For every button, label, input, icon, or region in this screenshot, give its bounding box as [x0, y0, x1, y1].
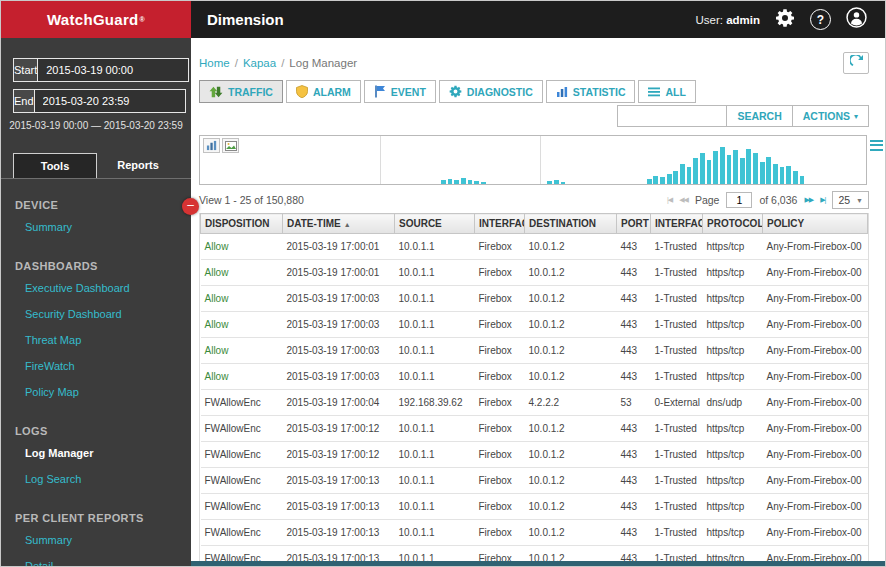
chart-bars [200, 136, 866, 184]
help-button[interactable]: ? [810, 9, 831, 30]
page-size-select[interactable]: 25 ▼ [832, 191, 869, 209]
table-row[interactable]: FWAllowEnc2015-03-19 17:00:1210.0.1.1Fir… [201, 442, 868, 468]
table-row[interactable]: Allow2015-03-19 17:00:0110.0.1.1Firebox1… [201, 260, 868, 286]
cell-date-time: 2015-03-19 17:00:04 [283, 390, 395, 416]
cell-interface: Firebox [475, 364, 525, 390]
table-row[interactable]: FWAllowEnc2015-03-19 17:00:04192.168.39.… [201, 390, 868, 416]
settings-button[interactable] [775, 8, 795, 32]
breadcrumb: Home / Kapaa / Log Manager [199, 52, 869, 74]
traffic-histogram [199, 135, 867, 185]
table-row[interactable]: FWAllowEnc2015-03-19 17:00:1210.0.1.1Fir… [201, 416, 868, 442]
sidebar-item-security-dashboard[interactable]: Security Dashboard [1, 301, 191, 327]
end-date-input[interactable] [34, 89, 186, 113]
cell-interface: 1-Trusted [651, 312, 703, 338]
column-header-destination[interactable]: DESTINATION [525, 214, 617, 234]
refresh-button[interactable] [843, 52, 869, 74]
next-page-icon[interactable]: ▶▶ [804, 196, 813, 204]
topbar: WatchGuard® Dimension User: admin ? [1, 1, 885, 38]
cell-date-time: 2015-03-19 17:00:01 [283, 234, 395, 260]
table-row[interactable]: Allow2015-03-19 17:00:0110.0.1.1Firebox1… [201, 234, 868, 260]
chart-row [199, 135, 885, 185]
tab-event[interactable]: EVENT [364, 80, 436, 103]
sidebar-item-firewatch[interactable]: FireWatch [1, 353, 191, 379]
sidebar-item-executive-dashboard[interactable]: Executive Dashboard [1, 275, 191, 301]
cell-source: 10.0.1.1 [395, 442, 475, 468]
horizontal-scrollbar[interactable] [191, 561, 885, 566]
pagination: |◀ ◀◀ Page of 6,036 ▶▶ ▶| 25 ▼ [667, 191, 869, 209]
start-date-input[interactable] [37, 58, 189, 82]
column-header-source[interactable]: SOURCE [395, 214, 475, 234]
end-label: End [13, 89, 34, 113]
sidebar-collapse-button[interactable]: – [182, 198, 199, 215]
cell-policy: Any-From-Firebox-00 [763, 494, 868, 520]
sidebar-item-threat-map[interactable]: Threat Map [1, 327, 191, 353]
table-row[interactable]: Allow2015-03-19 17:00:0310.0.1.1Firebox1… [201, 364, 868, 390]
table-row[interactable]: Allow2015-03-19 17:00:0310.0.1.1Firebox1… [201, 338, 868, 364]
account-button[interactable] [846, 7, 867, 32]
cell-destination: 10.0.1.2 [525, 286, 617, 312]
last-page-icon[interactable]: ▶| [820, 196, 825, 204]
cell-destination: 4.2.2.2 [525, 390, 617, 416]
cell-interface: 1-Trusted [651, 520, 703, 546]
chart-type-button[interactable] [203, 138, 220, 153]
cell-date-time: 2015-03-19 17:00:03 [283, 338, 395, 364]
sidebar-item-log-manager[interactable]: Log Manager [1, 440, 191, 466]
cell-protocol: https/tcp [703, 416, 763, 442]
cell-interface: Firebox [475, 234, 525, 260]
cell-port: 443 [617, 234, 651, 260]
search-button[interactable]: SEARCH [727, 105, 792, 127]
tab-all[interactable]: ALL [638, 80, 695, 103]
column-header-interface[interactable]: INTERFACE [651, 214, 703, 234]
sidebar-item-detail[interactable]: Detail [1, 553, 191, 566]
nav-section-logs: LOGS [15, 425, 177, 437]
breadcrumb-home[interactable]: Home [199, 57, 230, 69]
column-header-interface[interactable]: INTERFACE [475, 214, 525, 234]
table-row[interactable]: Allow2015-03-19 17:00:0310.0.1.1Firebox1… [201, 312, 868, 338]
sidebar-tab-reports[interactable]: Reports [97, 153, 179, 178]
chart-image-button[interactable] [222, 138, 239, 153]
sidebar-item-policy-map[interactable]: Policy Map [1, 379, 191, 405]
sidebar-item-log-search[interactable]: Log Search [1, 466, 191, 492]
cell-destination: 10.0.1.2 [525, 442, 617, 468]
table-row[interactable]: FWAllowEnc2015-03-19 17:00:1310.0.1.1Fir… [201, 520, 868, 546]
dropdown-arrow-icon: ▼ [856, 197, 863, 204]
table-row[interactable]: FWAllowEnc2015-03-19 17:00:1310.0.1.1Fir… [201, 494, 868, 520]
column-header-protocol[interactable]: PROTOCOL [703, 214, 763, 234]
cell-policy: Any-From-Firebox-00 [763, 416, 868, 442]
search-input[interactable] [617, 105, 727, 127]
cell-port: 443 [617, 338, 651, 364]
prev-page-icon[interactable]: ◀◀ [679, 196, 688, 204]
hamburger-icon [870, 140, 883, 151]
actions-dropdown[interactable]: ACTIONS ▾ [793, 105, 869, 127]
sidebar-item-summary[interactable]: Summary [1, 214, 191, 240]
cell-port: 53 [617, 390, 651, 416]
column-header-policy[interactable]: POLICY [763, 214, 868, 234]
tab-traffic[interactable]: TRAFFIC [199, 80, 283, 103]
refresh-icon [850, 54, 863, 72]
table-row[interactable]: FWAllowEnc2015-03-19 17:00:1310.0.1.1Fir… [201, 468, 868, 494]
cell-disposition: FWAllowEnc [201, 416, 283, 442]
column-header-date-time[interactable]: DATE-TIME▲ [283, 214, 395, 234]
column-header-disposition[interactable]: DISPOSITION [201, 214, 283, 234]
view-count-text: View 1 - 25 of 150,880 [199, 194, 304, 206]
tab-alarm[interactable]: ALARM [286, 80, 361, 103]
cell-policy: Any-From-Firebox-00 [763, 312, 868, 338]
cell-disposition: Allow [201, 364, 283, 390]
sidebar-tab-tools[interactable]: Tools [13, 153, 97, 178]
account-icon [846, 7, 867, 32]
page-number-input[interactable] [726, 192, 752, 208]
breadcrumb-device[interactable]: Kapaa [243, 57, 276, 69]
table-row[interactable]: Allow2015-03-19 17:00:0310.0.1.1Firebox1… [201, 286, 868, 312]
sidebar-item-summary[interactable]: Summary [1, 527, 191, 553]
tab-diagnostic[interactable]: DIAGNOSTIC [439, 80, 543, 103]
traffic-icon [209, 86, 223, 98]
column-header-port[interactable]: PORT [617, 214, 651, 234]
cell-interface: Firebox [475, 260, 525, 286]
export-menu-button[interactable] [870, 137, 883, 185]
first-page-icon[interactable]: |◀ [667, 196, 672, 204]
tab-statistic[interactable]: STATISTIC [546, 80, 636, 103]
sidebar-nav: DEVICESummaryDASHBOARDSExecutive Dashboa… [1, 199, 191, 566]
cell-interface: 0-External [651, 390, 703, 416]
cell-interface: 1-Trusted [651, 442, 703, 468]
filter-tabs: TRAFFICALARMEVENTDIAGNOSTICSTATISTICALL [199, 80, 885, 103]
